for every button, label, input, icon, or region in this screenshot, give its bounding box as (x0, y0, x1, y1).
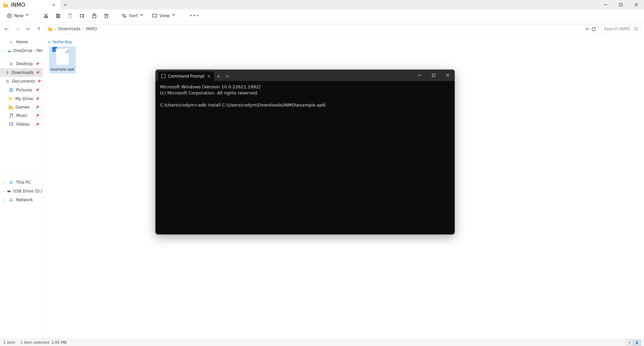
view-label: View (159, 13, 170, 18)
usb-icon: ▬ (7, 188, 11, 194)
expand-icon[interactable]: › (3, 49, 5, 53)
pin-icon[interactable]: 📌 (36, 123, 39, 126)
close-tab-icon[interactable]: × (207, 74, 211, 79)
sort-button[interactable]: Sort (119, 12, 148, 20)
svg-point-8 (46, 16, 48, 18)
sidebar-item-mydrive[interactable]: 📁 My Drive 📌 (0, 94, 43, 103)
sidebar-item-games[interactable]: Games 📌 (0, 103, 43, 111)
breadcrumb-downloads[interactable]: Downloads (58, 27, 81, 31)
close-button[interactable] (629, 0, 644, 9)
path-right (585, 27, 596, 31)
file-item[interactable]: ✓ example.apk (49, 46, 76, 74)
search-input[interactable]: Search INMO (601, 24, 641, 34)
delete-button[interactable] (101, 12, 112, 20)
sidebar-item-thispc[interactable]: › 🖥 This PC (0, 178, 43, 187)
toolbar: New Sort View ••• (0, 9, 644, 22)
sidebar-label: Documents (12, 79, 35, 84)
close-button[interactable] (441, 70, 455, 81)
maximize-button[interactable] (613, 0, 629, 9)
sidebar-label: USB Drive (D:) (13, 189, 42, 193)
close-tab-icon[interactable]: × (50, 2, 57, 7)
expand-icon[interactable]: › (3, 198, 6, 202)
sidebar-label: Home (16, 40, 28, 44)
icons-view-button[interactable]: ▦ (633, 340, 641, 345)
share-icon (92, 13, 97, 18)
clipboard-icon (67, 13, 73, 18)
copy-button[interactable] (53, 12, 63, 20)
pin-icon[interactable]: 📌 (36, 114, 39, 117)
pin-icon[interactable]: 📌 (36, 97, 39, 100)
minimize-button[interactable] (412, 70, 427, 81)
status-size: 2.65 MB (52, 340, 67, 345)
maximize-button[interactable] (427, 70, 441, 81)
sidebar-item-network[interactable]: › 🖧 Network (0, 196, 43, 204)
chevron-down-icon (48, 40, 51, 44)
new-tab-button[interactable]: ＋ (60, 0, 70, 9)
folder-icon (9, 106, 13, 109)
svg-rect-18 (105, 15, 108, 18)
chevron-down-icon (26, 13, 31, 18)
new-label: New (14, 13, 23, 18)
recent-button[interactable] (24, 25, 32, 33)
sidebar-item-desktop[interactable]: 🖥 Desktop 📌 (0, 59, 43, 68)
sidebar-item-music[interactable]: 🎵 Music 📌 (0, 111, 43, 120)
new-button[interactable]: New (4, 12, 34, 20)
sidebar-item-pictures[interactable]: 🖼 Pictures 📌 (0, 86, 43, 94)
expand-icon[interactable]: › (3, 189, 5, 193)
copy-icon (55, 13, 61, 18)
chevron-down-icon[interactable] (585, 27, 589, 31)
downloads-icon: ⬇ (6, 70, 9, 75)
back-button[interactable]: ← (3, 25, 11, 33)
explorer-tab[interactable]: INMO × (0, 0, 60, 9)
terminal-tab[interactable]: Command Prompt × (158, 72, 214, 81)
window-controls (598, 0, 644, 9)
sidebar-item-downloads[interactable]: ⬇ Downloads 📌 (0, 68, 43, 77)
view-button[interactable]: View (149, 12, 180, 20)
terminal-window[interactable]: Command Prompt × ＋ Microsoft Windows [Ve… (155, 70, 455, 234)
breadcrumb-inmo[interactable]: INMO (86, 27, 97, 31)
more-button[interactable]: ••• (187, 12, 202, 19)
sidebar: ⌂ Home › ☁ OneDrive - Persona 🖥 Desktop … (0, 36, 43, 339)
refresh-icon[interactable] (591, 27, 596, 31)
pin-icon[interactable]: 📌 (37, 80, 41, 83)
sidebar-item-documents[interactable]: 🗎 Documents 📌 (0, 77, 43, 86)
terminal-output[interactable]: Microsoft Windows [Version 10.0.22621.19… (155, 81, 455, 112)
path-box[interactable]: › Downloads › INMO (46, 24, 598, 34)
pin-icon[interactable]: 📌 (36, 88, 39, 92)
cut-button[interactable] (41, 12, 51, 20)
pin-icon[interactable]: 📌 (36, 105, 39, 109)
rename-button[interactable] (77, 12, 88, 20)
terminal-line: C:\Users\codym>adb install C:\Users\cody… (160, 102, 325, 107)
minimize-button[interactable] (598, 0, 613, 9)
paste-button[interactable] (65, 12, 76, 20)
up-button[interactable]: ↑ (35, 25, 43, 33)
titlebar: INMO × ＋ (0, 0, 644, 9)
svg-rect-15 (80, 14, 83, 17)
separator (3, 176, 39, 176)
group-header-yesterday[interactable]: Yesterday (47, 38, 640, 46)
status-bar: 1 item 1 item selected 2.65 MB ≡ ▦ (0, 339, 644, 346)
pin-icon[interactable]: 📌 (36, 62, 39, 66)
separator (37, 12, 37, 19)
expand-icon[interactable]: › (3, 181, 6, 184)
sidebar-item-onedrive[interactable]: › ☁ OneDrive - Persona (0, 46, 43, 55)
more-icon: ••• (190, 13, 199, 18)
documents-icon: 🗎 (6, 79, 10, 84)
music-icon: 🎵 (8, 113, 14, 118)
pictures-icon: 🖼 (8, 87, 14, 93)
sidebar-label: This PC (16, 180, 31, 185)
sidebar-label: Downloads (11, 70, 34, 75)
details-view-button[interactable]: ≡ (626, 340, 633, 345)
terminal-dropdown[interactable] (223, 72, 232, 81)
sidebar-item-home[interactable]: ⌂ Home (0, 38, 43, 46)
terminal-new-tab[interactable]: ＋ (214, 72, 223, 81)
share-button[interactable] (89, 12, 100, 20)
trash-icon (104, 13, 109, 18)
home-icon: ⌂ (8, 39, 14, 45)
scissors-icon (43, 13, 49, 18)
forward-button[interactable]: → (13, 25, 21, 33)
chevron-down-icon (172, 13, 177, 18)
sidebar-item-usb[interactable]: › ▬ USB Drive (D:) (0, 187, 43, 196)
pin-icon[interactable]: 📌 (36, 71, 40, 74)
sidebar-item-videos[interactable]: 🎞 Videos 📌 (0, 120, 43, 129)
